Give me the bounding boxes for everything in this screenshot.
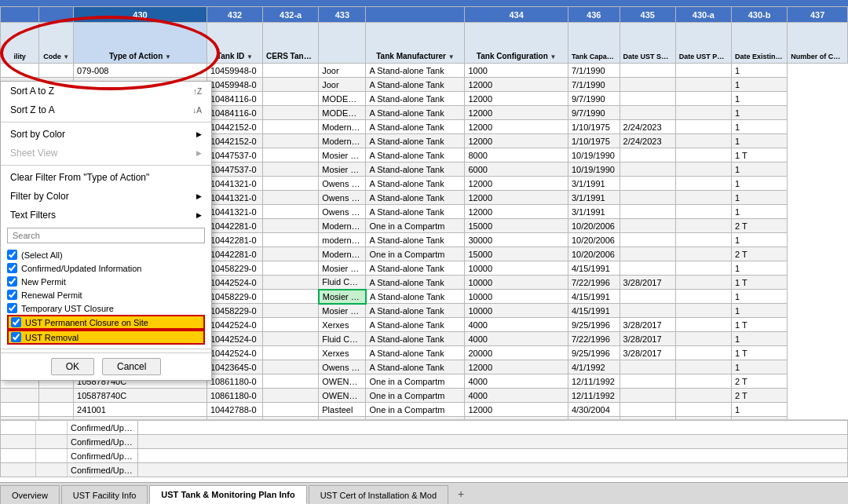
- checkbox-label-5: UST Permanent Closure on Site: [25, 318, 148, 327]
- cancel-button[interactable]: Cancel: [102, 358, 161, 375]
- col-header-tankid[interactable]: Tank ID ▼: [207, 23, 262, 64]
- cell-cers: 10861180-0: [207, 389, 262, 403]
- cell-cers: 10442152-0: [207, 120, 262, 134]
- cell-manufacturer: modern welding: [319, 233, 366, 247]
- filter-search-input[interactable]: [7, 228, 205, 243]
- cell-config: A Stand-alone Tank: [366, 177, 465, 191]
- cell-compartments: 2 T: [731, 247, 787, 261]
- cell-closed: 2/24/2023: [620, 120, 675, 134]
- cell-capacity: 4000: [465, 332, 568, 346]
- tab-ust-cert-of-installation--mod[interactable]: UST Cert of Installation & Mod: [309, 485, 448, 504]
- cell-installed: 10/20/2006: [568, 247, 620, 261]
- cell-facility: [1, 403, 39, 417]
- cell-cers: 10442152-0: [207, 134, 262, 148]
- cell-config: A Stand-alone Tank: [366, 148, 465, 163]
- submenu-arrow-icon: ▶: [196, 130, 202, 138]
- cell-config: One in a Compartm: [366, 374, 465, 389]
- checkbox-label-1: Confirmed/Updated Information: [21, 264, 141, 273]
- col-header-discovered[interactable]: Date Existing UST Discovered ▼: [731, 23, 787, 64]
- cell-installed: 4/15/1991: [568, 261, 620, 276]
- cell-discovered: [675, 276, 731, 290]
- cell-installed: 9/25/1996: [568, 318, 620, 332]
- col-header-closed[interactable]: Date UST Permanently Closed ▼: [675, 23, 731, 64]
- add-tab-button[interactable]: +: [450, 484, 472, 504]
- menu-item-label: Text Filters: [10, 210, 56, 221]
- cell-manufacturer: MODERN WELDING: [319, 92, 366, 106]
- cell-manufacturer: Owens Corning: [319, 177, 366, 191]
- col-header-cap[interactable]: Tank Capacity In Gallo ▼: [568, 23, 620, 64]
- cell-closed: 3/28/2017: [620, 318, 675, 332]
- cell-cers: 10459948-0: [207, 64, 262, 78]
- cell-discovered: [675, 148, 731, 163]
- cell-empty: [263, 290, 319, 304]
- menu-item-label: Clear Filter From "Type of Action": [10, 172, 149, 183]
- cell-discovered: [675, 92, 731, 106]
- col-header-action[interactable]: Type of Action ▼: [74, 23, 207, 64]
- menu-item-sort-by-color[interactable]: Sort by Color▶: [1, 125, 211, 144]
- cell-capacity: 20000: [465, 346, 568, 360]
- table-row: 105878740C10861180-0OWENS CORNINGOne in …: [1, 389, 848, 403]
- cell-empty: [263, 403, 319, 417]
- cell-empty: [263, 148, 319, 163]
- menu-item-label: Sort A to Z: [10, 86, 54, 97]
- cell-config: A Stand-alone Tank: [366, 92, 465, 106]
- col-header-facility: ility: [1, 23, 39, 64]
- cell-closed: 3/28/2017: [620, 332, 675, 346]
- cell-manufacturer: Plasteel: [319, 403, 366, 417]
- col-header-cers[interactable]: CERS TankID ▼: [263, 23, 319, 64]
- cell-empty: [263, 78, 319, 92]
- menu-item-clear-filter-from-type-of-action[interactable]: Clear Filter From "Type of Action": [1, 168, 211, 187]
- cell-discovered: [675, 318, 731, 332]
- filter-dropdown[interactable]: Sort A to Z↑ZSort Z to A↓ASort by Color▶…: [0, 81, 212, 381]
- col-header-installed[interactable]: Date UST System Installed ▼: [620, 23, 675, 64]
- cell-config: One in a Compartm: [366, 247, 465, 261]
- cell-compartments: 2 T: [731, 374, 787, 389]
- cell-capacity: 6000: [465, 163, 568, 177]
- checkbox-item-0: (Select All): [7, 248, 205, 261]
- menu-item-filter-by-color[interactable]: Filter by Color▶: [1, 187, 211, 206]
- cell-discovered: [675, 261, 731, 276]
- checkbox-1[interactable]: [7, 263, 17, 273]
- cell-compartments: 2 T: [731, 219, 787, 233]
- cell-config: A Stand-alone Tank: [366, 332, 465, 346]
- cell-closed: [620, 304, 675, 318]
- checkbox-3[interactable]: [7, 290, 17, 300]
- menu-item-text-filters[interactable]: Text Filters▶: [1, 206, 211, 225]
- checkbox-0[interactable]: [7, 250, 17, 260]
- ok-button[interactable]: OK: [51, 358, 94, 375]
- tab-overview[interactable]: Overview: [0, 485, 60, 504]
- col-header-ceraid: [319, 23, 366, 64]
- cell-capacity: 1000: [465, 64, 568, 78]
- cell-installed: 12/11/1992: [568, 389, 620, 403]
- checkbox-label-2: New Permit: [21, 277, 66, 287]
- cell-config: A Stand-alone Tank: [366, 290, 465, 304]
- cell-installed: 10/20/2006: [568, 233, 620, 247]
- cell-empty: [263, 191, 319, 205]
- submenu-arrow-icon: ▶: [196, 149, 202, 157]
- menu-item-sort-a-to-z[interactable]: Sort A to Z↑Z: [1, 82, 211, 100]
- cell-capacity: 12000: [465, 106, 568, 120]
- cell-installed: 10/19/1990: [568, 148, 620, 163]
- cell-compartments: 1: [731, 120, 787, 134]
- menu-item-sort-z-to-a[interactable]: Sort Z to A↓A: [1, 100, 211, 119]
- col-header-mfr[interactable]: Tank Manufacturer ▼: [366, 23, 465, 64]
- checkbox-4[interactable]: [7, 303, 17, 313]
- cell-cers: 10442524-0: [207, 346, 262, 360]
- tab-ust-tank--monitoring-plan-info[interactable]: UST Tank & Monitoring Plan Info: [149, 485, 306, 504]
- cell-config: A Stand-alone Tank: [366, 276, 465, 290]
- cell-manufacturer: Owens Corning: [319, 205, 366, 219]
- checkbox-5[interactable]: [11, 317, 21, 327]
- cell-discovered: [675, 191, 731, 205]
- cell-closed: [620, 177, 675, 191]
- col-num-430a: 430-a: [675, 7, 731, 23]
- col-header-config[interactable]: Tank Configuration ▼: [465, 23, 568, 64]
- cell-tankid: 105878740C: [74, 389, 207, 403]
- cell-empty: [263, 120, 319, 134]
- col-num-430b: 430-b: [731, 7, 787, 23]
- checkbox-6[interactable]: [11, 332, 21, 342]
- checkbox-2[interactable]: [7, 276, 17, 287]
- col-header-compartments[interactable]: Number of Compartments in the Unit ▼: [788, 23, 848, 64]
- col-num-433: 433: [319, 7, 366, 23]
- cell-installed: 4/15/1991: [568, 290, 620, 304]
- tab-ust-facility-info[interactable]: UST Facility Info: [61, 485, 148, 504]
